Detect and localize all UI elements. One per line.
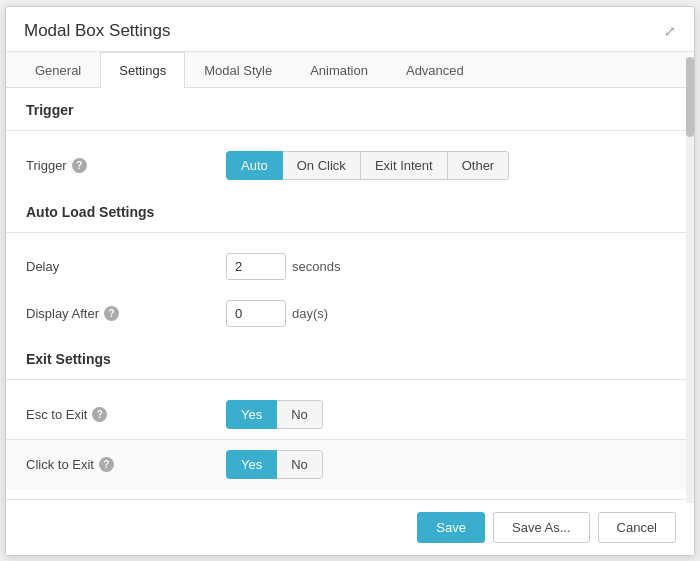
trigger-field-row: Trigger ? Auto On Click Exit Intent Othe… bbox=[6, 141, 694, 190]
trigger-section-title: Trigger bbox=[26, 102, 674, 118]
trigger-btn-exit-intent[interactable]: Exit Intent bbox=[360, 151, 448, 180]
modal-title: Modal Box Settings bbox=[24, 21, 170, 41]
click-to-exit-help-icon[interactable]: ? bbox=[99, 457, 114, 472]
scrollbar-thumb[interactable] bbox=[686, 57, 694, 137]
save-button[interactable]: Save bbox=[417, 512, 485, 543]
display-after-input[interactable] bbox=[226, 300, 286, 327]
trigger-control: Auto On Click Exit Intent Other bbox=[226, 151, 509, 180]
delay-control: seconds bbox=[226, 253, 340, 280]
esc-to-exit-btn-no[interactable]: No bbox=[276, 400, 323, 429]
click-to-exit-btn-group: Yes No bbox=[226, 450, 323, 479]
exit-section-title: Exit Settings bbox=[26, 351, 674, 367]
save-as-button[interactable]: Save As... bbox=[493, 512, 590, 543]
trigger-btn-onclick[interactable]: On Click bbox=[282, 151, 361, 180]
click-to-exit-field-row: Click to Exit ? Yes No bbox=[6, 439, 694, 489]
trigger-label: Trigger ? bbox=[26, 158, 226, 173]
trigger-btn-auto[interactable]: Auto bbox=[226, 151, 283, 180]
exit-section: Exit Settings bbox=[6, 337, 694, 379]
trigger-help-icon[interactable]: ? bbox=[72, 158, 87, 173]
tab-modal-style[interactable]: Modal Style bbox=[185, 52, 291, 88]
modal-body: Trigger Trigger ? Auto On Click Exit Int… bbox=[6, 88, 694, 499]
display-after-control: day(s) bbox=[226, 300, 328, 327]
trigger-btn-group: Auto On Click Exit Intent Other bbox=[226, 151, 509, 180]
trigger-btn-other[interactable]: Other bbox=[447, 151, 510, 180]
tab-settings[interactable]: Settings bbox=[100, 52, 185, 88]
esc-to-exit-field-row: Esc to Exit ? Yes No bbox=[6, 390, 694, 439]
modal-window: Modal Box Settings ⤢ General Settings Mo… bbox=[5, 6, 695, 556]
esc-to-exit-btn-yes[interactable]: Yes bbox=[226, 400, 277, 429]
expand-icon[interactable]: ⤢ bbox=[664, 23, 676, 39]
tab-general[interactable]: General bbox=[16, 52, 100, 88]
delay-unit: seconds bbox=[292, 259, 340, 274]
click-to-exit-control: Yes No bbox=[226, 450, 323, 479]
esc-to-exit-label: Esc to Exit ? bbox=[26, 407, 226, 422]
auto-load-section: Auto Load Settings bbox=[6, 190, 694, 232]
display-after-field-row: Display After ? day(s) bbox=[6, 290, 694, 337]
click-to-exit-label: Click to Exit ? bbox=[26, 457, 226, 472]
modal-header: Modal Box Settings ⤢ bbox=[6, 7, 694, 52]
scrollbar-track bbox=[686, 57, 694, 503]
tab-advanced[interactable]: Advanced bbox=[387, 52, 483, 88]
esc-to-exit-btn-group: Yes No bbox=[226, 400, 323, 429]
display-after-unit: day(s) bbox=[292, 306, 328, 321]
auto-load-title: Auto Load Settings bbox=[26, 204, 674, 220]
delay-label: Delay bbox=[26, 259, 226, 274]
delay-field-row: Delay seconds bbox=[6, 243, 694, 290]
click-to-exit-btn-no[interactable]: No bbox=[276, 450, 323, 479]
trigger-section: Trigger bbox=[6, 88, 694, 130]
click-to-exit-btn-yes[interactable]: Yes bbox=[226, 450, 277, 479]
cancel-button[interactable]: Cancel bbox=[598, 512, 676, 543]
modal-footer: Save Save As... Cancel bbox=[6, 499, 694, 555]
display-after-label: Display After ? bbox=[26, 306, 226, 321]
delay-input[interactable] bbox=[226, 253, 286, 280]
esc-to-exit-control: Yes No bbox=[226, 400, 323, 429]
tab-animation[interactable]: Animation bbox=[291, 52, 387, 88]
display-after-help-icon[interactable]: ? bbox=[104, 306, 119, 321]
esc-to-exit-help-icon[interactable]: ? bbox=[92, 407, 107, 422]
tab-bar: General Settings Modal Style Animation A… bbox=[6, 52, 694, 88]
